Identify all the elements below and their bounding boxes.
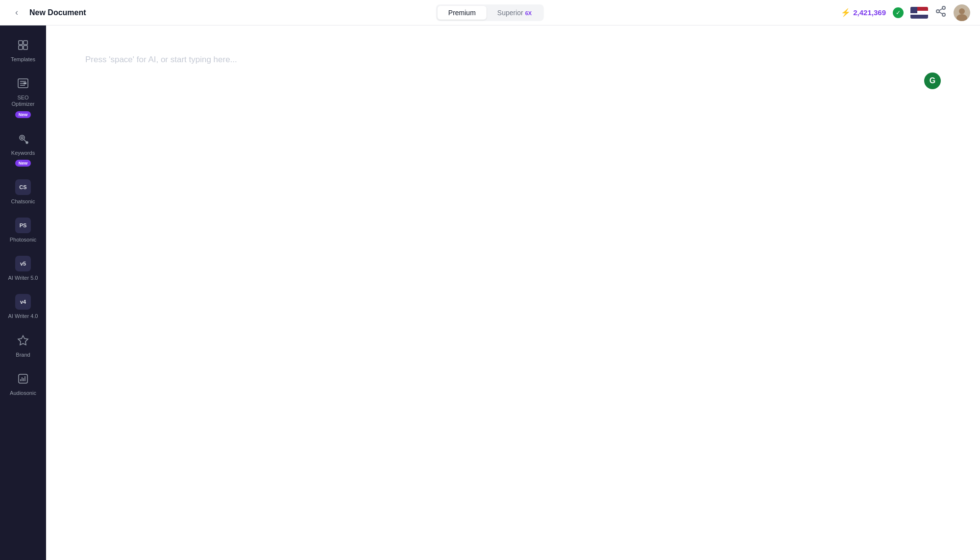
svg-rect-8 <box>19 41 23 45</box>
svg-rect-10 <box>19 46 23 49</box>
seo-icon <box>14 74 32 92</box>
svg-point-6 <box>959 8 965 14</box>
keywords-label: Keywords <box>11 150 35 156</box>
tab-premium[interactable]: Premium <box>438 6 487 20</box>
sidebar-item-templates[interactable]: Templates <box>3 31 43 68</box>
svg-rect-16 <box>24 82 26 84</box>
sidebar-item-keywords[interactable]: Keywords New <box>3 125 43 171</box>
svg-point-20 <box>26 142 28 144</box>
superior-badge: 6X <box>525 10 532 16</box>
header: ‹ New Document Premium Superior6X ⚡ 2,42… <box>0 0 980 25</box>
seo-new-badge: New <box>15 111 31 118</box>
header-right: ⚡ 2,421,369 ✓ <box>841 4 970 21</box>
chatsonic-label: Chatsonic <box>11 198 35 205</box>
ai-writer-5-label: AI Writer 5.0 <box>8 275 38 281</box>
audiosonic-label: Audiosonic <box>10 390 36 396</box>
tab-superior[interactable]: Superior6X <box>487 6 542 20</box>
photosonic-icon: PS <box>14 217 32 234</box>
page-title: New Document <box>29 8 86 17</box>
quality-tabs: Premium Superior6X <box>436 4 544 21</box>
avatar[interactable] <box>954 4 970 21</box>
svg-rect-22 <box>19 374 27 383</box>
ai-writer-5-icon: v5 <box>14 255 32 272</box>
chatsonic-icon: CS <box>14 178 32 196</box>
header-left: ‹ New Document <box>10 6 86 20</box>
editor-input[interactable]: Press 'space' for AI, or start typing he… <box>85 55 941 65</box>
svg-point-2 <box>942 13 945 16</box>
verified-icon: ✓ <box>893 7 904 18</box>
templates-label: Templates <box>11 56 35 63</box>
svg-rect-11 <box>24 46 27 49</box>
sidebar-item-ai-writer-4[interactable]: v4 AI Writer 4.0 <box>3 288 43 324</box>
svg-rect-9 <box>24 41 27 45</box>
brand-icon <box>14 332 32 349</box>
svg-point-1 <box>936 10 939 13</box>
ai-writer-4-label: AI Writer 4.0 <box>8 313 38 319</box>
keywords-icon <box>14 130 32 147</box>
flag-icon <box>910 7 928 19</box>
svg-marker-21 <box>18 336 28 345</box>
sidebar-item-photosonic[interactable]: PS Photosonic <box>3 212 43 248</box>
sidebar-item-audiosonic[interactable]: Audiosonic <box>3 365 43 401</box>
lightning-icon: ⚡ <box>841 8 851 17</box>
seo-optimizer-label: SEO Optimizer <box>7 95 39 107</box>
svg-line-3 <box>939 12 943 14</box>
back-button[interactable]: ‹ <box>10 6 24 20</box>
audiosonic-icon <box>14 370 32 388</box>
svg-point-0 <box>942 6 945 9</box>
keywords-new-badge: New <box>15 160 31 167</box>
ai-writer-4-icon: v4 <box>14 293 32 311</box>
main-content: Press 'space' for AI, or start typing he… <box>46 25 980 560</box>
sidebar: Templates SEO Optimizer New <box>0 25 46 560</box>
sidebar-item-chatsonic[interactable]: CS Chatsonic <box>3 173 43 210</box>
sidebar-item-brand[interactable]: Brand <box>3 327 43 363</box>
main-layout: Templates SEO Optimizer New <box>0 25 980 560</box>
svg-point-18 <box>21 137 23 139</box>
sidebar-item-ai-writer-5[interactable]: v5 AI Writer 5.0 <box>3 250 43 286</box>
sidebar-item-seo-optimizer[interactable]: SEO Optimizer New <box>3 70 43 122</box>
grammarly-button[interactable]: G <box>924 73 941 89</box>
brand-label: Brand <box>16 352 30 358</box>
share-icon[interactable] <box>935 5 947 20</box>
templates-icon <box>14 36 32 54</box>
credits-display: ⚡ 2,421,369 <box>841 8 886 17</box>
photosonic-label: Photosonic <box>10 237 36 243</box>
svg-line-4 <box>939 9 943 11</box>
svg-point-17 <box>20 135 24 140</box>
credits-value: 2,421,369 <box>853 8 886 17</box>
